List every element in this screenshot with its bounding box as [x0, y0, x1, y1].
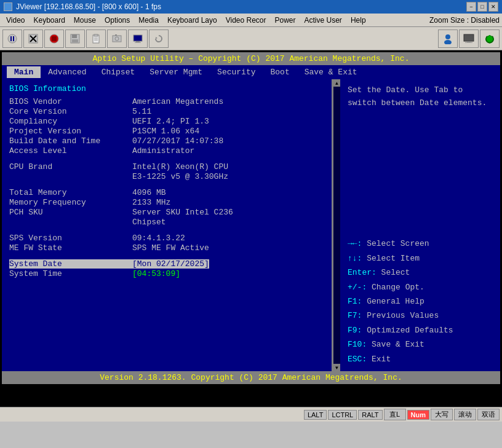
menu-help[interactable]: Help	[347, 15, 370, 26]
svg-marker-21	[156, 37, 157, 39]
key-select-screen: →←: Select Screen	[348, 237, 493, 251]
user-button[interactable]	[438, 29, 458, 48]
key-change-opt: +/-: Change Opt.	[348, 280, 493, 294]
status-bar: LALT LCTRL RALT 直L Num 大写 滚动 双语	[0, 407, 502, 422]
menu-mouse[interactable]: Mouse	[70, 15, 100, 26]
value-total-memory: 4096 MB	[132, 188, 166, 197]
resize-button[interactable]	[23, 29, 43, 48]
nav-chipset[interactable]: Chipset	[94, 66, 143, 78]
status-lctrl[interactable]: LCTRL	[328, 410, 357, 420]
status-bilingual[interactable]: 双语	[477, 409, 500, 420]
svg-rect-2	[13, 36, 14, 41]
key-f1: F1: General Help	[348, 294, 493, 308]
value-access-level: Administrator	[132, 146, 194, 155]
svg-point-23	[444, 40, 452, 44]
refresh-button[interactable]	[149, 29, 169, 48]
bios-row-mem-freq: Memory Frequency 2133 MHz	[9, 198, 324, 207]
value-cpu-brand: Intel(R) Xeon(R) CPU	[132, 162, 228, 171]
svg-rect-1	[10, 36, 12, 41]
label-project-version: Project Version	[9, 127, 132, 136]
menu-active-user[interactable]: Active User	[301, 15, 346, 26]
svg-rect-28	[489, 35, 490, 39]
bios-container: Aptio Setup Utility – Copyright (C) 2017…	[0, 50, 502, 407]
menu-video-record[interactable]: Video Recor	[222, 15, 270, 26]
menu-keyboard[interactable]: Keyboard	[30, 15, 68, 26]
status-num[interactable]: Num	[407, 410, 429, 420]
label-me-fw-state: ME FW State	[9, 243, 132, 253]
status-scroll[interactable]: 滚动	[454, 409, 476, 420]
menu-options[interactable]: Options	[101, 15, 133, 26]
value-mem-freq: 2133 MHz	[132, 198, 170, 207]
clipboard-button[interactable]	[86, 29, 106, 48]
nav-advanced[interactable]: Advanced	[41, 66, 94, 78]
display-button[interactable]	[128, 29, 148, 48]
nav-save-exit[interactable]: Save & Exit	[297, 66, 365, 78]
toolbar-right	[438, 29, 500, 48]
menu-bar: Video Keyboard Mouse Options Media Keybo…	[0, 14, 502, 27]
key-esc: ESC: Exit	[348, 352, 493, 366]
bios-help-text: Set the Date. Use Tab toswitch between D…	[348, 84, 493, 110]
label-core-version: Core Version	[9, 107, 132, 116]
bios-row-access: Access Level Administrator	[9, 146, 324, 155]
label-build-date: Build Date and Time	[9, 136, 132, 146]
scroll-down-btn[interactable]: ▼	[333, 364, 341, 371]
menu-media[interactable]: Media	[135, 15, 162, 26]
key-select-item: ↑↓: Select Item	[348, 251, 493, 265]
spacer-2	[9, 182, 324, 188]
label-system-time: System Time	[9, 269, 132, 278]
value-system-date[interactable]: [Mon 02/17/2025]	[132, 259, 209, 269]
label-access-level: Access Level	[9, 146, 132, 155]
monitor-button[interactable]	[459, 29, 479, 48]
label-pch-empty	[9, 218, 132, 227]
bios-section-title: BIOS Information	[9, 84, 324, 93]
save-button[interactable]	[65, 29, 85, 48]
zoom-label: Zoom Size : Disabled	[429, 16, 500, 25]
value-project-version: P1SCM 1.06 x64	[132, 127, 199, 136]
label-mem-freq: Memory Frequency	[9, 198, 132, 207]
bios-row-time[interactable]: System Time [04:53:09]	[9, 269, 324, 278]
label-cpu-model-empty	[9, 172, 132, 181]
menu-keyboard-layout[interactable]: Keyboard Layo	[164, 15, 221, 26]
nav-boot[interactable]: Boot	[263, 66, 297, 78]
minimize-btn[interactable]: −	[466, 2, 476, 12]
power-button[interactable]	[480, 29, 500, 48]
bios-row-cpu: CPU Brand Intel(R) Xeon(R) CPU	[9, 162, 324, 171]
close-btn[interactable]: ✕	[488, 2, 498, 12]
status-ralt[interactable]: RALT	[358, 410, 382, 420]
scroll-up-btn[interactable]: ▲	[333, 79, 341, 87]
label-sps-version: SPS Version	[9, 234, 132, 243]
stop-button[interactable]	[44, 29, 64, 48]
label-cpu-brand: CPU Brand	[9, 162, 132, 171]
bios-scrollbar[interactable]: ▲ ▼	[333, 79, 340, 371]
title-bar-controls[interactable]: − □ ✕	[466, 2, 498, 12]
scroll-track	[333, 87, 341, 364]
bios-key-legend: →←: Select Screen ↑↓: Select Item Enter:…	[348, 237, 493, 366]
status-caps[interactable]: 大写	[431, 409, 453, 420]
status-lalt[interactable]: LALT	[304, 410, 327, 420]
bios-row-memory: Total Memory 4096 MB	[9, 188, 324, 197]
label-system-date: System Date	[9, 259, 132, 269]
svg-rect-9	[72, 34, 77, 38]
screenshot-button[interactable]	[107, 29, 127, 48]
pause-button[interactable]	[2, 29, 22, 48]
bios-header-text: Aptio Setup Utility – Copyright (C) 2017…	[93, 54, 410, 63]
status-direct-l[interactable]: 直L	[384, 409, 406, 420]
bios-row-date[interactable]: System Date [Mon 02/17/2025]	[9, 259, 324, 269]
svg-rect-7	[52, 36, 57, 41]
maximize-btn[interactable]: □	[477, 2, 487, 12]
label-bios-vendor: BIOS Vendor	[9, 97, 132, 106]
value-system-time[interactable]: [04:53:09]	[132, 269, 180, 278]
nav-server-mgmt[interactable]: Server Mgmt	[142, 66, 210, 78]
menu-video[interactable]: Video	[2, 15, 28, 26]
bios-row-compliancy: Compliancy UEFI 2.4; PI 1.3	[9, 117, 324, 126]
bios-footer: Version 2.18.1263. Copyright (C) 2017 Am…	[2, 371, 500, 384]
value-build-date: 07/27/2017 14:07:38	[132, 136, 223, 146]
spacer-4	[9, 253, 324, 259]
menu-power[interactable]: Power	[271, 15, 300, 26]
nav-security[interactable]: Security	[210, 66, 263, 78]
bios-nav: Main Advanced Chipset Server Mgmt Securi…	[2, 65, 500, 79]
value-compliancy: UEFI 2.4; PI 1.3	[132, 117, 209, 126]
bios-right-spacer	[348, 117, 493, 216]
nav-main[interactable]: Main	[7, 66, 41, 78]
svg-point-0	[8, 34, 17, 43]
